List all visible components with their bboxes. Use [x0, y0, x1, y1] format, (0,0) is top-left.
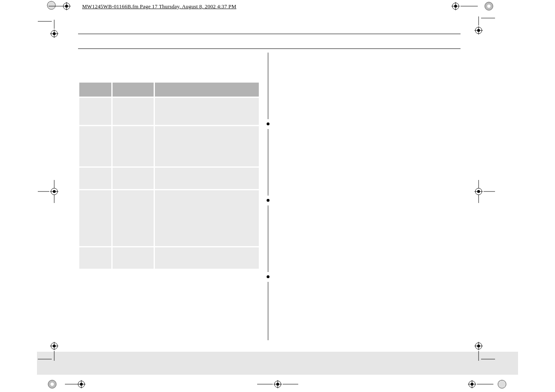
footer-band	[37, 352, 518, 375]
svg-point-24	[475, 27, 482, 34]
rule-top-thin	[78, 48, 461, 49]
svg-point-11	[452, 3, 459, 9]
svg-point-36	[477, 190, 480, 193]
svg-point-58	[274, 381, 281, 387]
svg-point-25	[477, 29, 480, 32]
svg-point-40	[51, 343, 58, 349]
file-header: MW1245WB-01166B.fm Page 17 Thursday, Aug…	[82, 3, 236, 10]
svg-point-8	[65, 5, 68, 8]
svg-point-3	[48, 380, 56, 388]
table-header-cell	[79, 83, 111, 97]
svg-point-5	[498, 380, 506, 388]
registration-circle-icon	[47, 1, 56, 10]
registration-circle-icon	[484, 2, 493, 11]
table-cell	[113, 98, 154, 125]
table-header-cell	[155, 83, 259, 97]
svg-point-63	[469, 381, 475, 387]
registration-circle-icon	[48, 380, 57, 389]
table-row	[79, 190, 259, 246]
svg-point-18	[51, 30, 58, 37]
crosshair-icon	[451, 2, 478, 11]
svg-point-53	[78, 381, 85, 387]
main-content	[78, 53, 461, 359]
crop-mark-icon	[38, 20, 61, 43]
bullet-icon	[267, 275, 269, 278]
table-row	[79, 247, 259, 269]
table-cell	[79, 247, 111, 269]
svg-point-54	[80, 383, 83, 386]
table-header-cell	[113, 83, 154, 97]
svg-point-41	[53, 345, 56, 348]
table-cell	[155, 247, 259, 269]
table-row	[79, 126, 259, 166]
table-cell	[79, 126, 111, 166]
crop-mark-icon	[472, 16, 495, 39]
table-cell	[113, 126, 154, 166]
table-header-row	[79, 83, 259, 97]
crosshair-icon	[48, 2, 76, 11]
svg-point-30	[53, 190, 56, 193]
guide-table	[78, 81, 260, 270]
divider-seg	[268, 53, 268, 119]
table-cell	[113, 190, 154, 246]
bullet-icon	[267, 122, 269, 125]
divider-seg	[268, 205, 268, 272]
svg-point-29	[51, 188, 58, 195]
file-header-text: MW1245WB-01166B.fm Page 17 Thursday, Aug…	[82, 3, 236, 9]
table-cell	[79, 98, 111, 125]
rule-top-thick	[78, 34, 461, 34]
svg-point-0	[47, 1, 55, 9]
table-cell	[155, 98, 259, 125]
svg-point-35	[475, 188, 482, 195]
crosshair-icon	[257, 380, 298, 389]
table-cell	[155, 190, 259, 246]
svg-point-12	[454, 5, 457, 8]
svg-point-59	[276, 383, 279, 386]
svg-point-64	[471, 383, 474, 386]
table-row	[79, 98, 259, 125]
divider-seg	[268, 282, 268, 340]
divider-seg	[268, 129, 268, 196]
guide-table-wrap	[78, 81, 260, 270]
crosshair-icon	[466, 380, 493, 389]
svg-point-47	[477, 345, 480, 348]
svg-point-1	[485, 2, 493, 10]
table-cell	[79, 190, 111, 246]
table-cell	[113, 168, 154, 189]
crop-mark-icon	[38, 180, 61, 203]
svg-point-2	[487, 5, 491, 8]
bullet-icon	[267, 199, 269, 202]
table-cell	[155, 168, 259, 189]
crop-mark-icon	[472, 180, 495, 203]
svg-point-46	[475, 343, 482, 349]
svg-point-7	[63, 3, 70, 9]
crosshair-icon	[65, 380, 92, 389]
table-row	[79, 168, 259, 189]
table-cell	[113, 247, 154, 269]
table-cell	[79, 168, 111, 189]
table-cell	[155, 126, 259, 166]
svg-point-19	[53, 32, 56, 35]
registration-circle-icon	[497, 380, 507, 389]
svg-point-4	[51, 383, 54, 386]
